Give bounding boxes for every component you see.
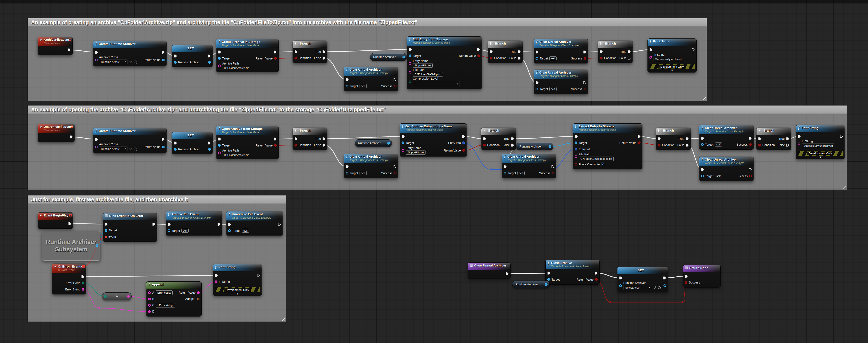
clear-unreal-archiver-node[interactable]: ƒClear Unreal ArchiverTarget is Blueprin… (344, 154, 398, 178)
clear-unreal-archiver-node[interactable]: Clear Unreal Archiver (468, 263, 510, 279)
return-value-pin[interactable] (162, 146, 165, 148)
text-input[interactable]: , Error string: (156, 303, 175, 308)
return-value-pin[interactable] (274, 144, 277, 147)
branch-node[interactable]: BranchTrueConditionFalse (293, 128, 327, 150)
success-pin[interactable] (394, 172, 397, 174)
exec-pin[interactable] (758, 137, 761, 140)
clear-unreal-archiver-node[interactable]: ƒClear Unreal ArchiverTarget is Blueprin… (700, 125, 753, 149)
branch-node[interactable]: BranchTrueConditionFalse (488, 41, 523, 63)
self-reference-box[interactable]: self (549, 56, 557, 60)
exec-pin[interactable] (215, 274, 218, 277)
self-reference-box[interactable]: self (182, 229, 189, 233)
exec-pin[interactable] (70, 135, 73, 139)
close-archive-node[interactable]: ƒClose ArchiveTarget is Runtime Archiver… (546, 260, 599, 284)
print-string-node[interactable]: ƒPrint StringIn StringSuccessfully unarc… (796, 125, 845, 159)
open-archive-from-storage-node[interactable]: ƒOpen Archive from StorageTarget is Runt… (216, 126, 278, 159)
self-reference-box[interactable]: self (360, 171, 367, 175)
search-icon[interactable] (658, 286, 661, 289)
exec-pin[interactable] (208, 141, 211, 145)
print-string-node[interactable]: ƒPrint StringIn StringDevelopment Only∨ (213, 264, 262, 295)
true-pin[interactable] (511, 137, 514, 140)
entry-info-pin[interactable] (462, 141, 465, 144)
target-pin[interactable] (218, 144, 221, 147)
success-pin[interactable] (584, 57, 586, 60)
runtime-archiver-variable[interactable]: Runtime Archiver (355, 140, 392, 147)
set-node[interactable]: SETRuntime Archiver (172, 45, 213, 67)
text-input[interactable]: C:\Folder\UnzippedFile.txt (579, 156, 614, 161)
archive-path-pin[interactable] (218, 151, 221, 154)
text-input[interactable]: Successfully archived (654, 57, 683, 61)
event-pin[interactable] (104, 236, 107, 238)
target-pin[interactable] (346, 85, 348, 87)
archivefileevent-node[interactable]: ◈ArchiveFileEventCustom Event (38, 37, 72, 55)
set-node[interactable]: SETRuntime Archiver (172, 132, 213, 154)
clear-unreal-archiver-node[interactable]: ƒClear Unreal ArchiverTarget is Blueprin… (344, 67, 398, 91)
output-pin[interactable] (387, 142, 390, 145)
self-reference-box[interactable]: self (518, 171, 525, 175)
search-icon[interactable] (134, 60, 136, 63)
delegate-pin[interactable] (69, 214, 72, 217)
exec-pin[interactable] (594, 271, 598, 275)
exec-pin[interactable] (104, 223, 108, 226)
target-pin[interactable] (701, 175, 704, 177)
exec-pin[interactable] (402, 135, 405, 138)
runtime-archiver-pin[interactable] (619, 284, 622, 287)
true-pin[interactable] (628, 50, 631, 53)
clear-unreal-archiver-node[interactable]: ƒClear Unreal ArchiverTarget is Blueprin… (534, 70, 588, 94)
branch-node[interactable]: BranchTrueConditionFalse (482, 128, 516, 150)
runtime-archiver-variable[interactable]: Runtime Archiver (370, 53, 407, 60)
byte-to-string-conversion-node[interactable] (102, 292, 131, 300)
clear-unreal-archiver-node[interactable]: ƒClear Unreal ArchiverTarget is Blueprin… (700, 157, 753, 181)
error-code-pin[interactable] (82, 282, 85, 284)
exec-pin[interactable] (95, 138, 98, 141)
true-pin[interactable] (686, 137, 689, 140)
condition-pin[interactable] (294, 57, 297, 59)
exec-pin[interactable] (274, 138, 277, 141)
exec-pin[interactable] (393, 165, 397, 168)
output-pin[interactable] (127, 295, 130, 298)
add-pin-pin[interactable]: ⊕ (197, 297, 200, 301)
bind-event-to-on-error-node[interactable]: Bind Event to On ErrorTargetEvent (103, 213, 157, 241)
target-pin[interactable] (575, 141, 577, 144)
archiver-class-pin[interactable] (95, 146, 98, 148)
return-value-pin[interactable] (197, 291, 200, 294)
return-value-pin[interactable] (638, 141, 641, 144)
entry-name-pin[interactable] (409, 62, 411, 65)
dropdown[interactable]: Runtime Archiv▾ (99, 59, 128, 64)
false-pin[interactable] (786, 144, 789, 147)
exec-pin[interactable] (393, 78, 397, 81)
exec-pin[interactable] (749, 168, 752, 171)
unarchive-file-event-node[interactable]: ƒUnarchive File EventTarget is Blueprint… (226, 211, 283, 236)
condition-pin[interactable] (758, 144, 761, 146)
exec-pin[interactable] (535, 51, 539, 54)
delegate-pin[interactable] (82, 265, 85, 267)
exec-pin[interactable] (551, 165, 554, 168)
return-value-pin[interactable] (462, 149, 465, 152)
exec-pin[interactable] (638, 135, 641, 138)
c-pin[interactable] (148, 304, 151, 307)
exec-pin[interactable] (619, 276, 622, 280)
exec-pin[interactable] (691, 48, 695, 51)
force-overwrite-pin[interactable] (575, 163, 577, 166)
return-value-pin[interactable] (274, 57, 277, 60)
exec-pin[interactable] (274, 51, 277, 54)
success-pin[interactable] (552, 172, 554, 174)
file-path-pin[interactable] (575, 155, 577, 158)
reset-icon[interactable]: ↺ (129, 147, 132, 151)
text-input[interactable]: ZippedFile.txt (413, 63, 433, 68)
delegate-pin[interactable] (69, 38, 71, 41)
a-pin[interactable] (148, 291, 151, 294)
exec-pin[interactable] (161, 138, 165, 141)
exec-pin[interactable] (81, 275, 85, 278)
runtime-archiver-subsystem-node[interactable]: Runtime Archiver Subsystem (42, 231, 100, 261)
archive-file-event-node[interactable]: ƒArchive File EventTarget is Blueprint C… (166, 211, 222, 236)
reset-icon[interactable]: ↺ (129, 60, 132, 64)
exec-pin[interactable] (649, 48, 653, 51)
exec-pin[interactable] (174, 54, 177, 58)
event-beginplay-node[interactable]: ◈Event BeginPlay (38, 213, 73, 228)
clear-unreal-archiver-node[interactable]: ƒClear Unreal ArchiverTarget is Blueprin… (534, 39, 588, 63)
file-path-pin[interactable] (409, 71, 411, 74)
runtime-archiver-variable[interactable]: Runtime Archiver (516, 143, 553, 150)
create-runtime-archiver-node[interactable]: ƒCreate Runtime ArchiverArchiver ClassRu… (93, 41, 166, 66)
exec-pin[interactable] (749, 137, 752, 140)
